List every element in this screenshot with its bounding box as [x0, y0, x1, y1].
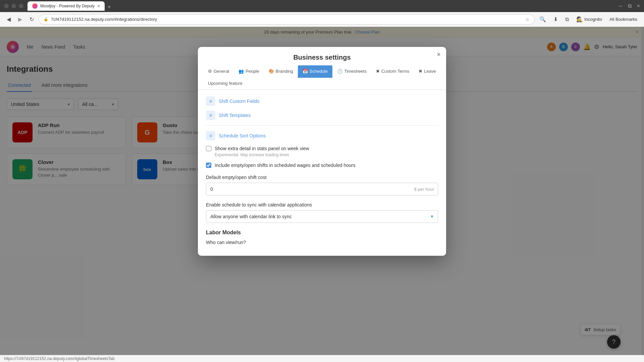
nav-back-button[interactable]: ◀ — [4, 15, 13, 24]
win-close-btn[interactable]: × — [637, 3, 640, 9]
default-shift-cost-section: Default empty/open shift cost $ per hour — [206, 175, 438, 195]
tab-favicon — [32, 3, 38, 9]
modal-close-button[interactable]: × — [437, 50, 441, 58]
bookmarks-button[interactable]: All Bookmarks — [607, 15, 640, 23]
calendar-sync-select-wrap: Allow anyone with calendar link to sync … — [206, 210, 438, 223]
browser-toolbar: ◀ ▶ ↻ 🔒 7cf47d19112152.na.deputy.com/#in… — [0, 12, 644, 27]
shift-custom-fields-label: Shift Custom Fields — [219, 99, 259, 104]
app-container: 20 days remaining of your Premium Plan t… — [0, 27, 644, 355]
toolbar-search-button[interactable]: 🔍 — [537, 15, 549, 24]
address-star-icon[interactable]: ☆ — [525, 17, 530, 22]
browser-tab-active[interactable]: Moodjoy - Powered By Deputy × — [28, 1, 105, 11]
shift-cost-input-wrap: $ per hour — [206, 183, 438, 195]
schedule-sort-icon: ≡ — [206, 131, 215, 140]
tab-title: Moodjoy - Powered By Deputy — [40, 4, 95, 8]
modal-overlay[interactable]: Business settings × ⚙ General 👥 People 🎨 — [0, 27, 644, 355]
show-extra-detail-checkbox[interactable] — [206, 146, 211, 151]
tab-timesheets[interactable]: 🕐 Timesheets — [332, 65, 371, 78]
win-restore-btn[interactable]: ⧉ — [628, 3, 632, 9]
general-tab-label: General — [214, 69, 229, 74]
schedule-sort-options-link[interactable]: ≡ Schedule Sort Options — [206, 131, 438, 140]
status-url: https://7cf47d19112152.na.deputy.com/#gl… — [4, 356, 115, 361]
calendar-sync-select[interactable]: Allow anyone with calendar link to sync — [206, 210, 438, 223]
address-text: 7cf47d19112152.na.deputy.com/#integratio… — [51, 17, 523, 22]
shift-cost-input[interactable] — [206, 183, 438, 195]
incognito-icon: 🕵 — [576, 16, 583, 22]
toolbar-download-button[interactable]: ⬇ — [551, 15, 560, 24]
incognito-label: Incognito — [584, 17, 602, 22]
status-bar: https://7cf47d19112152.na.deputy.com/#gl… — [0, 355, 644, 362]
business-settings-modal: Business settings × ⚙ General 👥 People 🎨 — [198, 47, 446, 256]
upcoming-feature-tab[interactable]: Upcoming feature — [203, 77, 247, 90]
branding-tab-label: Branding — [276, 69, 293, 74]
default-shift-cost-label: Default empty/open shift cost — [206, 175, 438, 180]
address-bar[interactable]: 🔒 7cf47d19112152.na.deputy.com/#integrat… — [39, 14, 535, 24]
nav-refresh-button[interactable]: ↻ — [27, 15, 37, 24]
branding-tab-icon: 🎨 — [269, 69, 274, 74]
custom-terms-tab-icon: ✖ — [376, 69, 380, 74]
shift-custom-fields-icon: ≡ — [206, 97, 215, 106]
incognito-button[interactable]: 🕵 Incognito — [574, 15, 605, 24]
show-extra-detail-label: Show extra detail in stats panel on week… — [215, 146, 309, 151]
tab-leave[interactable]: ✖ Leave — [414, 65, 440, 78]
shift-templates-link[interactable]: ≡ Shift Templates — [206, 111, 438, 120]
tab-close-icon[interactable]: × — [97, 3, 100, 9]
labor-models-heading: Labor Models — [206, 230, 438, 236]
tab-custom-terms[interactable]: ✖ Custom Terms — [371, 65, 414, 78]
tab-branding[interactable]: 🎨 Branding — [264, 65, 298, 78]
close-button[interactable] — [19, 4, 23, 8]
general-tab-icon: ⚙ — [208, 69, 212, 74]
new-tab-button[interactable]: + — [105, 4, 114, 11]
bookmarks-label: All Bookmarks — [609, 17, 637, 22]
tab-general[interactable]: ⚙ General — [203, 65, 234, 78]
include-empty-shifts-label: Include empty/open shifts in scheduled w… — [215, 163, 356, 168]
calendar-sync-label: Enable schedule to sync with calendar ap… — [206, 202, 438, 207]
show-extra-detail-hint: Experimental. May increase loading times — [215, 153, 438, 157]
toolbar-extensions-button[interactable]: ⧉ — [562, 15, 572, 24]
timesheets-tab-label: Timesheets — [344, 69, 367, 74]
modal-title: Business settings — [293, 54, 351, 61]
leave-tab-label: Leave — [424, 69, 436, 74]
minimize-button[interactable] — [4, 4, 9, 8]
address-lock-icon: 🔒 — [44, 17, 48, 21]
schedule-sort-label: Schedule Sort Options — [219, 133, 266, 138]
browser-tabs-area: Moodjoy - Powered By Deputy × + — [28, 1, 619, 11]
shift-custom-fields-link[interactable]: ≡ Shift Custom Fields — [206, 97, 438, 106]
people-tab-icon: 👥 — [238, 69, 244, 74]
people-tab-label: People — [246, 69, 259, 74]
tab-people[interactable]: 👥 People — [234, 65, 264, 78]
browser-titlebar: Moodjoy - Powered By Deputy × + ─ ⧉ × — [0, 0, 644, 12]
modal-header: Business settings × — [198, 47, 446, 61]
leave-tab-icon: ✖ — [419, 69, 422, 74]
schedule-tab-icon: 📅 — [303, 69, 308, 74]
who-can-view-label: Who can view/run? — [206, 240, 438, 245]
window-action-controls: ─ ⧉ × — [619, 3, 640, 9]
shift-templates-icon: ≡ — [206, 111, 215, 120]
modal-body: ≡ Shift Custom Fields ≡ Shift Templates … — [198, 90, 446, 256]
calendar-sync-section: Enable schedule to sync with calendar ap… — [206, 202, 438, 223]
include-empty-shifts-row: Include empty/open shifts in scheduled w… — [206, 163, 438, 168]
shift-cost-suffix: $ per hour — [414, 187, 434, 192]
modal-tabs: ⚙ General 👥 People 🎨 Branding 📅 Schedule — [198, 65, 446, 90]
custom-terms-tab-label: Custom Terms — [381, 69, 410, 74]
window-controls — [4, 4, 23, 8]
timesheets-tab-icon: 🕐 — [337, 69, 342, 74]
shift-templates-label: Shift Templates — [219, 113, 251, 118]
show-extra-detail-row: Show extra detail in stats panel on week… — [206, 146, 438, 151]
section-divider-1 — [206, 125, 438, 126]
win-minimize-btn[interactable]: ─ — [619, 3, 622, 9]
schedule-tab-label: Schedule — [310, 69, 328, 74]
who-can-view-row: Who can view/run? — [206, 240, 438, 245]
browser-chrome: Moodjoy - Powered By Deputy × + ─ ⧉ × ◀ … — [0, 0, 644, 362]
nav-forward-button[interactable]: ▶ — [15, 15, 25, 24]
tab-schedule[interactable]: 📅 Schedule — [298, 65, 332, 78]
include-empty-shifts-checkbox[interactable] — [206, 163, 211, 168]
maximize-button[interactable] — [11, 4, 16, 8]
